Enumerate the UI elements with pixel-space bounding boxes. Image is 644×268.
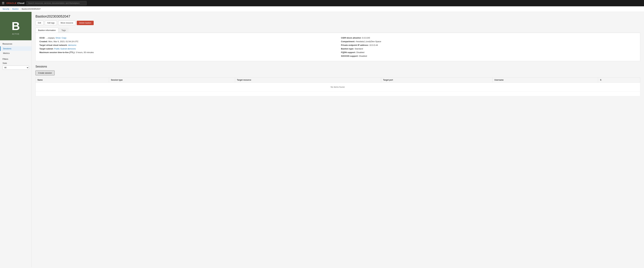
ttl-value: 3 hours, 00 minutes [76, 51, 94, 53]
bastion-info-panel: OCID: ...ospqzq Show Copy Created: Mon, … [36, 33, 640, 61]
tabs: Bastion information Tags [36, 28, 640, 33]
toolbar: Edit Add tags Move resource Delete basti… [36, 21, 640, 25]
socks5-label: SOCKS5 support: [341, 55, 358, 57]
private-ep-label: Private endpoint IP address: [341, 44, 369, 46]
ocid-copy-link[interactable]: Copy [62, 37, 66, 39]
info-grid: OCID: ...ospqzq Show Copy Created: Mon, … [40, 36, 636, 58]
state-filter-select[interactable]: All Active Creating Deleted Deleting Fai… [2, 66, 29, 70]
hamburger-menu-icon[interactable]: ☰ [2, 1, 4, 5]
created-row: Created: Mon, Mar 6, 2023, 01:54:19 UTC [40, 40, 335, 43]
sidebar-item-sessions[interactable]: Sessions [0, 46, 32, 51]
ocid-label: OCID: [40, 37, 45, 39]
tab-tags[interactable]: Tags [59, 28, 68, 33]
socks5-row: SOCKS5 support: Disabled [341, 54, 636, 58]
fqdn-row: FQDN support: Disabled [341, 50, 636, 54]
cidr-label: CIDR block allowlist: [341, 37, 362, 39]
created-label: Created: [40, 40, 48, 43]
no-items-cell: No items found. [36, 83, 640, 91]
compartment-label: Compartment: [341, 40, 355, 43]
col-header-username: Username [492, 77, 598, 83]
private-ep-value: 10.0.0.44 [369, 44, 378, 46]
created-value: Mon, Mar 6, 2023, 01:54:19 UTC [48, 40, 78, 43]
cidr-value: 0.0.0.0/0 [362, 37, 370, 39]
bastion-type-row: Bastion type: Standard [341, 47, 636, 50]
col-header-target-resource: Target resource [235, 77, 381, 83]
page-title: Bastion202303052047 [36, 14, 640, 18]
tab-bastion-information[interactable]: Bastion information [36, 28, 58, 33]
fqdn-value: Disabled [356, 51, 364, 53]
sessions-table-header: Name Session type Target resource Target… [36, 77, 640, 83]
subnet-row: Target subnet: Public Subnet-demovnc [40, 47, 335, 50]
cidr-row: CIDR block allowlist: 0.0.0.0/0 [341, 36, 636, 40]
sidebar-item-metrics[interactable]: Metrics [0, 51, 32, 55]
move-resource-button[interactable]: Move resource [58, 21, 76, 25]
breadcrumb-bastion-link[interactable]: Bastion [12, 8, 19, 10]
top-navigation: ☰ ORACLE Cloud [0, 0, 644, 6]
oracle-logo: ORACLE Cloud [6, 2, 24, 4]
vcn-label: Target virtual cloud network: [40, 44, 68, 46]
vcn-link[interactable]: demovnc [68, 44, 76, 46]
ttl-row: Maximum session time-to-live (TTL): 3 ho… [40, 50, 335, 54]
sessions-title: Sessions [36, 65, 640, 68]
breadcrumb-sep-2: › [20, 8, 20, 10]
col-header-name: Name [36, 77, 109, 83]
info-right-column: CIDR block allowlist: 0.0.0.0/0 Compartm… [341, 36, 636, 58]
filters-section-title: Filters [0, 55, 32, 61]
compartment-value: rheodata1 (root)/Dev-Space [356, 40, 381, 43]
subnet-label: Target subnet: [40, 47, 54, 50]
col-header-session-type: Session type [109, 77, 235, 83]
delete-bastion-button[interactable]: Delete bastion [77, 21, 94, 25]
bastion-type-label: Bastion type: [341, 47, 354, 50]
info-left-column: OCID: ...ospqzq Show Copy Created: Mon, … [40, 36, 335, 58]
socks5-value: Disabled [359, 55, 367, 57]
ocid-value: ...ospqzq [46, 37, 54, 39]
breadcrumb-security-link[interactable]: Security [2, 8, 9, 10]
vcn-row: Target virtual cloud network: demovnc [40, 43, 335, 47]
private-ep-row: Private endpoint IP address: 10.0.0.44 [341, 43, 636, 47]
bastion-status-badge: ACTIVE [12, 33, 20, 35]
empty-row [36, 91, 640, 96]
resources-section-title: Resources [0, 40, 32, 46]
page-layout: B ACTIVE Resources Sessions Metrics Filt… [0, 12, 644, 267]
create-session-button[interactable]: Create session [36, 70, 54, 75]
bastion-type-value: Standard [354, 47, 363, 50]
edit-button[interactable]: Edit [36, 21, 44, 25]
ttl-label: Maximum session time-to-live (TTL): [40, 51, 75, 53]
main-content: Bastion202303052047 Edit Add tags Move r… [32, 12, 644, 267]
no-items-row: No items found. [36, 83, 640, 91]
fqdn-label: FQDN support: [341, 51, 356, 53]
sessions-table-body: No items found. [36, 83, 640, 96]
table-header-row: Name Session type Target resource Target… [36, 77, 640, 83]
breadcrumb: Security › Bastion › Bastion202303052047 [0, 6, 644, 12]
add-tags-button[interactable]: Add tags [45, 21, 57, 25]
breadcrumb-current: Bastion202303052047 [22, 8, 41, 10]
breadcrumb-sep-1: › [10, 8, 11, 10]
sessions-table: Name Session type Target resource Target… [36, 77, 640, 96]
col-header-state: S [598, 77, 640, 83]
bastion-letter: B [12, 20, 20, 32]
sidebar: B ACTIVE Resources Sessions Metrics Filt… [0, 12, 32, 267]
ocid-show-link[interactable]: Show [56, 37, 61, 39]
empty-cell [36, 91, 640, 96]
ocid-row: OCID: ...ospqzq Show Copy [40, 36, 335, 40]
bastion-icon-area: B ACTIVE [0, 12, 32, 40]
state-filter-label: State [0, 61, 32, 65]
compartment-row: Compartment: rheodata1 (root)/Dev-Space [341, 40, 636, 43]
subnet-link[interactable]: Public Subnet-demovnc [54, 47, 76, 50]
search-input[interactable] [26, 1, 86, 5]
col-header-target-port: Target port [381, 77, 492, 83]
